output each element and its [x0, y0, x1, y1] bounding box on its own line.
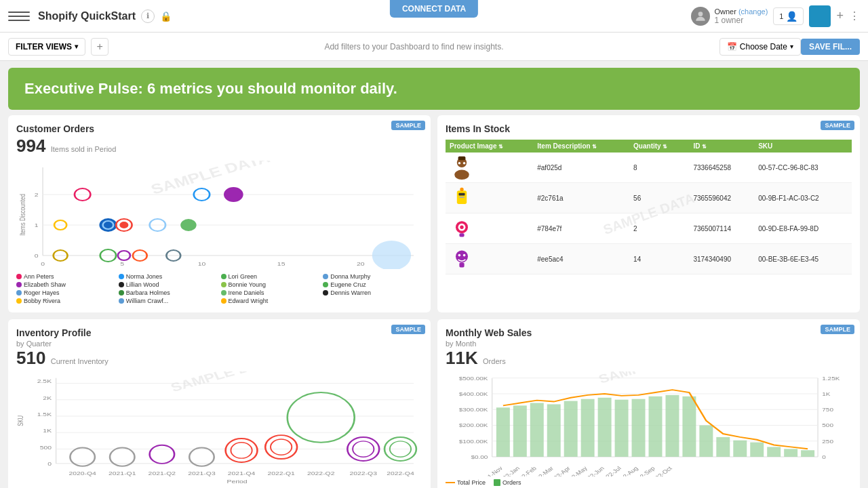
legend-item: Irene Daniels: [221, 289, 321, 296]
legend-item: Dennis Warren: [323, 289, 422, 296]
svg-text:22-Jan: 22-Jan: [501, 465, 521, 476]
sample-badge: SAMPLE: [821, 325, 854, 334]
scatter-chart: 0 1 2 0 5 10 15 20 Items Sold Items Disc…: [16, 161, 422, 269]
owner-avatar: [691, 7, 710, 26]
svg-rect-34: [458, 157, 466, 160]
connect-data-button[interactable]: CONNECT DATA: [390, 0, 478, 18]
owner-info: Owner (change) 1 owner: [691, 7, 768, 26]
svg-text:Items Discounted: Items Discounted: [19, 194, 26, 236]
legend-item: William Crawf...: [119, 298, 218, 304]
info-icon[interactable]: ℹ: [141, 9, 155, 23]
more-button[interactable]: ⋮: [849, 9, 860, 22]
svg-text:1K: 1K: [43, 428, 52, 434]
svg-text:$100.00K: $100.00K: [459, 439, 488, 445]
svg-text:0: 0: [35, 253, 39, 259]
svg-text:22-Mar: 22-Mar: [534, 465, 555, 476]
inventory-profile-title: Inventory Profile: [16, 327, 422, 338]
legend-item: Bonnie Young: [221, 281, 321, 288]
add-button[interactable]: +: [836, 9, 844, 23]
filter-hint: Add filters to your Dashboard to find ne…: [108, 42, 719, 52]
col-quantity[interactable]: Quantity ⇅: [629, 140, 689, 152]
item-id: 3174340490: [689, 244, 754, 274]
legend-item: Donna Murphy: [323, 273, 422, 280]
svg-rect-115: [632, 399, 646, 457]
svg-rect-117: [665, 395, 679, 457]
hamburger-menu[interactable]: [8, 5, 30, 27]
choose-date-button[interactable]: 📅 Choose Date ▾: [719, 38, 801, 56]
legend-item: Eugene Cruz: [323, 281, 422, 288]
orders-count: 994: [16, 136, 45, 156]
svg-text:5: 5: [120, 261, 124, 267]
dashboard-grid: SAMPLE Customer Orders 994 Items sold in…: [0, 115, 868, 488]
sales-chart-legend: Total Price Orders: [446, 479, 852, 486]
svg-text:10: 10: [198, 261, 206, 267]
svg-point-47: [463, 254, 466, 257]
save-filter-button[interactable]: SAVE FIL...: [801, 39, 860, 55]
item-id: 7365007114: [689, 214, 754, 244]
inventory-count-label: Current Inventory: [51, 357, 108, 365]
svg-text:2021-Q3: 2021-Q3: [188, 471, 215, 476]
lock-icon[interactable]: 🔒: [159, 9, 172, 23]
svg-text:1.5K: 1.5K: [37, 411, 52, 417]
user-count-button[interactable]: 1 👤: [773, 7, 804, 25]
legend-item: Bobby Rivera: [16, 298, 116, 304]
svg-point-0: [698, 12, 703, 16]
svg-text:22-Sep: 22-Sep: [635, 465, 656, 476]
svg-text:250: 250: [822, 439, 833, 445]
svg-text:22-Jun: 22-Jun: [586, 465, 606, 476]
svg-rect-116: [649, 396, 663, 457]
col-product-image[interactable]: Product Image ⇅: [446, 140, 533, 152]
svg-text:SAMPLE DATA: SAMPLE DATA: [168, 371, 280, 394]
product-avatar: [450, 155, 474, 180]
legend-orders: Orders: [494, 479, 521, 486]
svg-rect-109: [530, 403, 544, 457]
svg-text:1.25K: 1.25K: [822, 375, 840, 382]
svg-rect-124: [784, 449, 797, 457]
svg-point-27: [182, 220, 196, 230]
table-row: #ee5ac4 14 3174340490 00-BE-3B-6E-E3-45: [446, 244, 852, 274]
banner: Executive Pulse: 6 metrics you should mo…: [8, 68, 860, 110]
monthly-sales-chart: $0.00 $100.00K $200.00K $300.00K $400.00…: [446, 371, 852, 476]
svg-text:500: 500: [822, 422, 833, 428]
svg-point-40: [460, 188, 463, 191]
svg-rect-114: [615, 400, 629, 457]
svg-text:22-Oct: 22-Oct: [654, 465, 673, 476]
monthly-web-sales-card: SAMPLE Monthly Web Sales by Month 11K Or…: [437, 319, 860, 488]
change-link[interactable]: (change): [738, 7, 768, 16]
legend-item: Lillian Wood: [119, 281, 218, 288]
svg-text:22-Aug: 22-Aug: [618, 465, 639, 476]
svg-rect-112: [581, 399, 595, 457]
svg-point-33: [454, 170, 469, 180]
svg-text:0: 0: [47, 461, 52, 466]
svg-text:0: 0: [41, 261, 45, 267]
svg-text:$400.00K: $400.00K: [459, 391, 488, 397]
svg-text:2022-Q2: 2022-Q2: [307, 471, 334, 476]
legend-item: Ann Peters: [16, 273, 116, 280]
item-sku: 00-57-CC-96-8C-83: [754, 152, 852, 183]
svg-rect-108: [513, 405, 527, 457]
item-quantity: 2: [629, 214, 689, 244]
sample-badge: SAMPLE: [821, 121, 854, 130]
item-quantity: 56: [629, 183, 689, 214]
items-in-stock-card: SAMPLE Items In Stock Product Image ⇅ It…: [437, 115, 860, 312]
svg-point-46: [458, 254, 461, 257]
svg-text:2: 2: [35, 192, 39, 198]
svg-rect-120: [716, 437, 730, 457]
orders-subtitle: Items sold in Period: [51, 145, 117, 153]
svg-text:SAMPLE DATA: SAMPLE DATA: [596, 371, 703, 386]
col-sku[interactable]: SKU: [754, 140, 852, 152]
svg-text:750: 750: [822, 407, 833, 413]
col-id[interactable]: ID ⇅: [689, 140, 754, 152]
legend-item: Lori Green: [221, 273, 321, 280]
svg-text:2021-Q2: 2021-Q2: [149, 471, 176, 476]
inventory-chart: 0 500 1K 1.5K 2K 2.5K SKU: [16, 371, 422, 483]
col-item-description[interactable]: Item Description ⇅: [533, 140, 629, 152]
filter-bar: FILTER VIEWS ▾ + Add filters to your Das…: [0, 33, 868, 61]
filter-icon-button[interactable]: [809, 5, 831, 27]
svg-rect-121: [733, 441, 747, 457]
legend-item: Edward Wright: [221, 298, 321, 304]
add-filter-button[interactable]: +: [91, 38, 108, 56]
filter-views-button[interactable]: FILTER VIEWS ▾: [8, 38, 85, 56]
svg-text:2022-Q4: 2022-Q4: [387, 471, 414, 476]
svg-text:22-Feb: 22-Feb: [517, 465, 538, 476]
